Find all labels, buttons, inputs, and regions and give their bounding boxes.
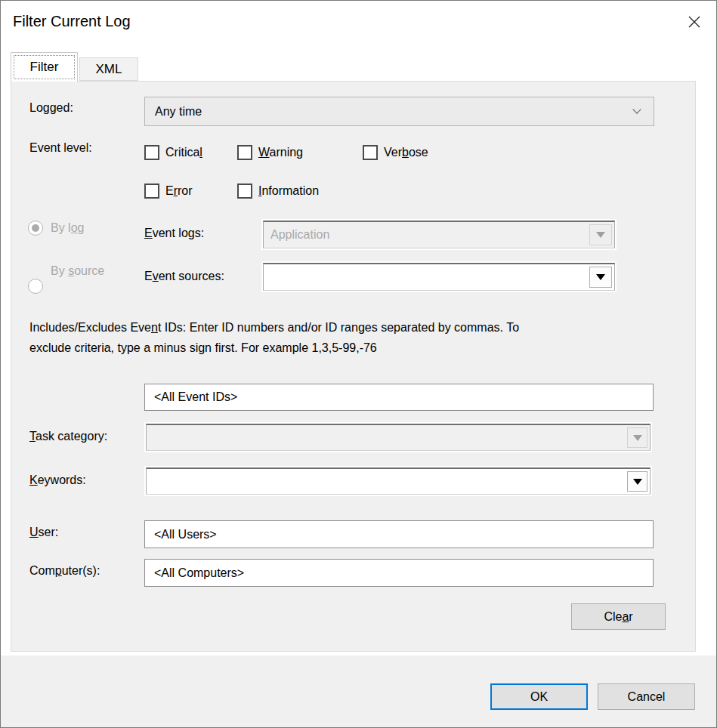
- ok-button[interactable]: OK: [490, 683, 588, 710]
- logged-value: Any time: [145, 105, 202, 119]
- warning-label: Warning: [258, 146, 303, 159]
- user-input[interactable]: [144, 520, 654, 548]
- event-sources-combobox[interactable]: [261, 261, 617, 292]
- tab-filter-label: Filter: [30, 60, 59, 75]
- verbose-label: Verbose: [384, 146, 428, 159]
- task-category-label: Task category:: [29, 430, 107, 443]
- event-sources-label: Event sources:: [144, 270, 224, 283]
- error-checkbox[interactable]: [144, 184, 159, 199]
- cancel-button[interactable]: Cancel: [598, 683, 695, 710]
- event-logs-dropdown-button: [589, 224, 612, 245]
- event-ids-description-line1: Includes/Excludes Event IDs: Enter ID nu…: [29, 321, 519, 335]
- warning-checkbox[interactable]: [237, 145, 252, 160]
- clear-button[interactable]: Clear: [571, 603, 666, 630]
- event-logs-label: Event logs:: [144, 227, 204, 240]
- ok-button-label: OK: [530, 690, 548, 704]
- task-category-combobox: [144, 422, 652, 452]
- filter-current-log-dialog: Filter Current Log Filter XML Logged: An…: [0, 0, 717, 728]
- close-button[interactable]: [683, 11, 706, 33]
- task-category-dropdown-button: [627, 427, 647, 448]
- triangle-down-icon: [596, 232, 605, 238]
- chevron-down-icon: [632, 105, 641, 113]
- keywords-dropdown-button[interactable]: [627, 471, 647, 492]
- computers-label: Computer(s):: [29, 564, 100, 578]
- dialog-title: Filter Current Log: [13, 13, 131, 30]
- logged-dropdown[interactable]: Any time: [144, 97, 654, 126]
- event-sources-dropdown-button[interactable]: [589, 267, 612, 288]
- triangle-down-icon: [596, 274, 605, 280]
- logged-label: Logged:: [29, 101, 73, 115]
- triangle-down-icon: [633, 479, 642, 485]
- information-label: Information: [258, 184, 319, 198]
- clear-button-label: Clear: [604, 610, 632, 624]
- by-log-radio: [28, 221, 43, 236]
- close-icon: [686, 14, 703, 30]
- user-label: User:: [29, 526, 58, 539]
- triangle-down-icon: [633, 435, 642, 441]
- tab-filter[interactable]: Filter: [11, 52, 78, 82]
- event-logs-combobox: Application: [261, 219, 617, 250]
- event-level-label: Event level:: [29, 141, 92, 155]
- event-logs-value: Application: [264, 228, 329, 242]
- keywords-combobox[interactable]: [144, 466, 652, 496]
- event-ids-description-line2: exclude criteria, type a minus sign firs…: [29, 341, 377, 355]
- event-ids-input[interactable]: [144, 384, 654, 411]
- critical-checkbox[interactable]: [144, 145, 159, 160]
- by-source-radio: [28, 279, 43, 294]
- critical-label: Critical: [165, 146, 202, 159]
- information-checkbox[interactable]: [237, 184, 252, 199]
- tab-xml[interactable]: XML: [79, 57, 138, 81]
- cancel-button-label: Cancel: [628, 690, 666, 704]
- verbose-checkbox[interactable]: [363, 145, 378, 160]
- tab-xml-label: XML: [96, 62, 122, 77]
- keywords-label: Keywords:: [29, 474, 86, 487]
- by-source-label: By source: [51, 264, 104, 278]
- by-log-label: By log: [51, 221, 84, 235]
- computers-input[interactable]: [144, 559, 654, 587]
- error-label: Error: [165, 184, 193, 198]
